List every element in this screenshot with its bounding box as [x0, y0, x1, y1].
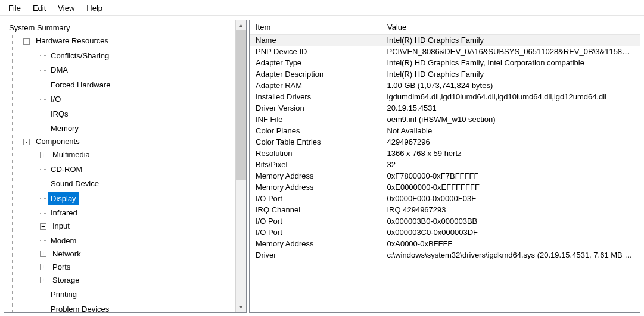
tree-item[interactable]: IRQs — [40, 108, 73, 121]
column-header-item[interactable]: Item — [250, 20, 381, 35]
menu-edit[interactable]: Edit — [28, 2, 51, 14]
table-row[interactable]: IRQ ChannelIRQ 4294967293 — [250, 204, 640, 215]
collapse-icon[interactable]: - — [23, 38, 30, 45]
tree-item[interactable]: DMA — [40, 64, 72, 77]
property-grid: Item Value NameIntel(R) HD Graphics Fami… — [250, 20, 640, 261]
menu-bar: File Edit View Help — [0, 0, 644, 16]
tree-item[interactable]: Forced Hardware — [40, 79, 114, 92]
tree-item[interactable]: I/O — [40, 93, 65, 106]
table-row[interactable]: INF Fileoem9.inf (iHSWM_w10 section) — [250, 114, 640, 125]
property-item: Driver Version — [250, 102, 381, 114]
table-row[interactable]: Adapter DescriptionIntel(R) HD Graphics … — [250, 68, 640, 80]
table-row[interactable]: Color Table Entries4294967296 — [250, 136, 640, 148]
expand-icon[interactable]: + — [40, 277, 46, 283]
scroll-track[interactable] — [236, 30, 246, 302]
tree-item-components[interactable]: - Components — [23, 135, 84, 148]
table-row[interactable]: Memory Address0xA0000-0xBFFFF — [250, 238, 640, 249]
property-item: Resolution — [250, 148, 381, 159]
property-value: 0xA0000-0xBFFFF — [381, 238, 640, 249]
main-split: System Summary - Hardware Resources Conf… — [0, 16, 644, 316]
expand-icon[interactable]: + — [40, 152, 46, 158]
tree-item-infrared[interactable]: Infrared — [40, 207, 82, 220]
tree-label: Multimedia — [50, 148, 92, 161]
tree-label: Infrared — [48, 207, 80, 220]
tree-item-printing[interactable]: Printing — [40, 288, 81, 301]
tree-item-display[interactable]: Display — [40, 192, 80, 205]
tree-item-modem[interactable]: Modem — [40, 234, 80, 248]
tree-label: Storage — [50, 274, 82, 287]
tree-label: Components — [33, 135, 82, 148]
tree-label: Printing — [48, 288, 79, 301]
table-row[interactable]: Adapter TypeIntel(R) HD Graphics Family,… — [250, 57, 640, 68]
table-row[interactable]: Driver Version20.19.15.4531 — [250, 102, 640, 114]
table-row[interactable]: Adapter RAM1.00 GB (1,073,741,824 bytes) — [250, 80, 640, 91]
tree-label: IRQs — [48, 108, 71, 121]
property-item: PNP Device ID — [250, 46, 381, 57]
property-item: Adapter Type — [250, 57, 381, 68]
property-item: Memory Address — [250, 238, 381, 249]
tree-label: Sound Device — [48, 177, 101, 190]
table-row[interactable]: PNP Device IDPCI\VEN_8086&DEV_0A16&SUBSY… — [250, 46, 640, 57]
expand-icon[interactable]: + — [40, 264, 46, 270]
table-row[interactable]: NameIntel(R) HD Graphics Family — [250, 35, 640, 46]
property-item: IRQ Channel — [250, 204, 381, 215]
collapse-icon[interactable]: - — [23, 139, 30, 145]
property-item: Memory Address — [250, 170, 381, 182]
tree-item-input[interactable]: +Input — [40, 220, 74, 233]
tree-item-ports[interactable]: +Ports — [40, 261, 74, 274]
property-value: Not Available — [381, 125, 640, 136]
table-row[interactable]: Installed Driversigdumdim64.dll,igd10ium… — [250, 91, 640, 102]
property-item: I/O Port — [250, 193, 381, 204]
tree-label: Network — [50, 248, 83, 261]
tree-label: I/O — [48, 93, 63, 106]
details-pane: Item Value NameIntel(R) HD Graphics Fami… — [249, 20, 640, 313]
property-item: Name — [250, 35, 381, 46]
property-value: IRQ 4294967293 — [381, 204, 640, 215]
property-value: Intel(R) HD Graphics Family, Intel Corpo… — [381, 57, 640, 68]
scroll-down-icon[interactable]: ▼ — [236, 302, 246, 312]
menu-help[interactable]: Help — [82, 2, 107, 14]
tree-label: Input — [50, 220, 72, 233]
tree-label: Hardware Resources — [33, 35, 111, 48]
vertical-scrollbar[interactable]: ▲ ▼ — [235, 20, 246, 312]
tree-item-cdrom[interactable]: CD-ROM — [40, 163, 86, 176]
menu-file[interactable]: File — [4, 2, 26, 14]
tree-item[interactable]: Memory — [40, 122, 83, 135]
property-value: igdumdim64.dll,igd10iumd64.dll,igd10iumd… — [381, 91, 640, 102]
tree-item[interactable]: Conflicts/Sharing — [40, 49, 113, 62]
tree-item-network[interactable]: +Network — [40, 248, 85, 261]
table-row[interactable]: Memory Address0xF7800000-0xF7BFFFFF — [250, 170, 640, 182]
tree-item-multimedia[interactable]: +Multimedia — [40, 148, 94, 161]
table-row[interactable]: Bits/Pixel32 — [250, 159, 640, 170]
tree-label: Problem Devices — [48, 303, 111, 313]
expand-icon[interactable]: + — [40, 251, 46, 257]
tree-item-problem-devices[interactable]: Problem Devices — [40, 303, 113, 313]
expand-icon[interactable]: + — [40, 223, 46, 230]
tree-item-system-summary[interactable]: System Summary — [7, 21, 74, 35]
table-row[interactable]: Color PlanesNot Available — [250, 125, 640, 136]
tree-item-hardware-resources[interactable]: - Hardware Resources — [23, 35, 113, 48]
tree-label-selected: Display — [48, 192, 79, 205]
scroll-up-icon[interactable]: ▲ — [236, 20, 246, 30]
tree-pane: System Summary - Hardware Resources Conf… — [4, 20, 247, 313]
column-header-value[interactable]: Value — [381, 20, 640, 35]
tree-label: Forced Hardware — [48, 79, 113, 92]
table-row[interactable]: I/O Port0x000003C0-0x000003DF — [250, 227, 640, 238]
scroll-thumb[interactable] — [236, 30, 246, 180]
property-item: Adapter RAM — [250, 80, 381, 91]
menu-view[interactable]: View — [53, 2, 79, 14]
property-value: Intel(R) HD Graphics Family — [381, 35, 640, 46]
tree-item-sound-device[interactable]: Sound Device — [40, 177, 103, 190]
property-item: Driver — [250, 249, 381, 261]
tree-label: System Summary — [7, 21, 73, 35]
property-item: INF File — [250, 114, 381, 125]
table-row[interactable]: I/O Port0x000003B0-0x000003BB — [250, 215, 640, 227]
table-row[interactable]: Memory Address0xE0000000-0xEFFFFFFF — [250, 182, 640, 193]
property-value: 20.19.15.4531 — [381, 102, 640, 114]
tree-item-storage[interactable]: +Storage — [40, 274, 84, 287]
table-row[interactable]: I/O Port0x0000F000-0x0000F03F — [250, 193, 640, 204]
table-row[interactable]: Driverc:\windows\system32\drivers\igdkmd… — [250, 249, 640, 261]
property-value: 0xF7800000-0xF7BFFFFF — [381, 170, 640, 182]
table-row[interactable]: Resolution1366 x 768 x 59 hertz — [250, 148, 640, 159]
property-item: Color Planes — [250, 125, 381, 136]
